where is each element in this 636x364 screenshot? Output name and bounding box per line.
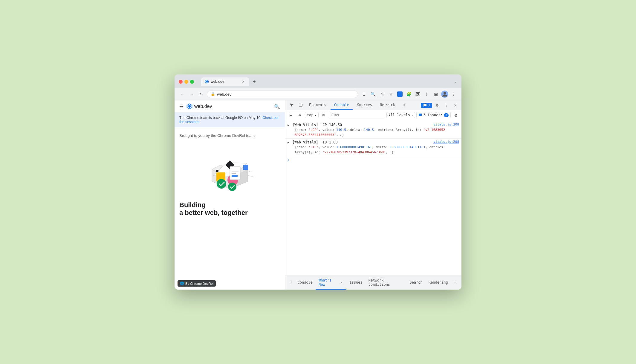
- entry-source-link[interactable]: vitals.js:208: [433, 122, 459, 127]
- expand-arrow-icon[interactable]: ▶: [288, 140, 289, 145]
- tooltip-icon: 🌐: [180, 282, 184, 285]
- console-entry-header: [Web Vitals] FID 1.60 vitals.js:208: [292, 140, 459, 145]
- cast-icon[interactable]: [414, 90, 422, 98]
- svg-point-21: [228, 183, 236, 191]
- svg-point-20: [217, 179, 226, 189]
- minimize-window-button[interactable]: [184, 80, 188, 84]
- back-button[interactable]: ←: [178, 90, 186, 98]
- bottom-tab-whats-new[interactable]: What's New ✕: [316, 276, 346, 290]
- address-text: web.dev: [217, 92, 354, 97]
- devtools-tabs: Elements Console Sources Network »: [285, 100, 461, 110]
- svg-marker-4: [188, 105, 191, 108]
- svg-line-24: [248, 175, 254, 177]
- bookmark-icon[interactable]: ☆: [387, 90, 395, 98]
- tab-title: web.dev: [211, 79, 239, 84]
- page-subtitle: a better web, together: [179, 209, 280, 217]
- console-toolbar: ▶ ⊘ top ▾ 👁 All levels ▾ 3 Issues: 3 ⚙: [285, 110, 461, 120]
- address-bar-row: ← → ↻ 🔒 web.dev ⤓ 🔍 ⎙ ☆ 🧩 ⇓ ▣: [175, 88, 461, 100]
- svg-marker-1: [206, 81, 208, 83]
- webpage-header: ☰ web.dev 🔍: [175, 100, 285, 113]
- more-tabs-button[interactable]: »: [400, 100, 409, 110]
- webdev-logo-icon: [186, 103, 192, 109]
- reload-button[interactable]: ↻: [197, 90, 205, 98]
- console-play-icon[interactable]: ▶: [287, 111, 295, 119]
- entry-detail-2: 397378-6854415650553', …}: [292, 133, 459, 138]
- tab-close-button[interactable]: ✕: [241, 79, 245, 84]
- download-page-icon[interactable]: ⤓: [360, 90, 368, 98]
- tabs-row: web.dev ✕ +: [201, 77, 451, 86]
- profile-avatar[interactable]: [441, 90, 449, 98]
- title-bar-top: web.dev ✕ + ⌄: [179, 77, 457, 86]
- entry-detail: {name: 'LCP', value: 140.5, delta: 140.5…: [292, 128, 459, 133]
- site-name: web.dev: [194, 104, 212, 109]
- bottom-tab-console[interactable]: Console: [295, 278, 316, 287]
- browser-window: web.dev ✕ + ⌄ ← → ↻ 🔒 web.dev ⤓ 🔍 ⎙ ☆ 🧩: [175, 74, 461, 290]
- issues-count-badge[interactable]: 3: [421, 103, 432, 108]
- zoom-icon[interactable]: 🔍: [369, 90, 377, 98]
- filter-input[interactable]: [329, 112, 385, 118]
- svg-rect-26: [301, 104, 302, 106]
- context-select[interactable]: top ▾: [305, 112, 319, 118]
- close-window-button[interactable]: [179, 80, 183, 84]
- new-tab-button[interactable]: +: [250, 77, 259, 86]
- share-icon[interactable]: ⎙: [378, 90, 386, 98]
- devtools-settings-icon[interactable]: ⚙: [433, 101, 441, 109]
- chevron-down-icon[interactable]: ⌄: [454, 79, 457, 84]
- devtools-close-button[interactable]: ✕: [451, 101, 459, 109]
- toggle-device-icon[interactable]: [296, 101, 305, 109]
- active-tab[interactable]: web.dev ✕: [201, 77, 249, 86]
- address-field[interactable]: 🔒 web.dev: [207, 91, 358, 98]
- tab-sources[interactable]: Sources: [353, 100, 376, 110]
- maximize-window-button[interactable]: [190, 80, 194, 84]
- bottom-tab-search[interactable]: Search: [406, 278, 425, 287]
- inspect-element-icon[interactable]: [288, 101, 296, 109]
- more-options-icon[interactable]: ⋮: [450, 90, 458, 98]
- site-logo: web.dev: [186, 103, 212, 109]
- tab-console[interactable]: Console: [331, 100, 353, 110]
- devtools-bottom-tabs: ⋮ Console What's New ✕ Issues Network co…: [285, 276, 461, 290]
- toolbar-icons: ⤓ 🔍 ⎙ ☆ 🧩 ⇓ ▣ ⋮: [360, 90, 458, 98]
- chevron-down-icon: ▾: [411, 114, 413, 117]
- bottom-tab-close-button[interactable]: ✕: [339, 280, 343, 285]
- lock-icon: 🔒: [211, 92, 215, 96]
- extensions-icon[interactable]: 🧩: [405, 90, 413, 98]
- tab-network[interactable]: Network: [376, 100, 399, 110]
- tab-favicon-icon: [205, 79, 209, 84]
- tab-elements[interactable]: Elements: [305, 100, 330, 110]
- console-entry: ▶ [Web Vitals] FID 1.60 vitals.js:208 {n…: [285, 139, 461, 156]
- illustration: [179, 143, 280, 196]
- levels-select[interactable]: All levels ▾: [386, 112, 415, 118]
- svg-rect-15: [230, 166, 240, 180]
- illustration-svg: [200, 143, 260, 196]
- expand-arrow-icon[interactable]: ▶: [288, 123, 289, 127]
- bottom-tab-close-icon[interactable]: ✕: [451, 278, 459, 287]
- webpage-panel: ☰ web.dev 🔍 The Chrome team is back at G…: [175, 100, 285, 290]
- eye-icon[interactable]: 👁: [320, 111, 328, 119]
- entry-source-link[interactable]: vitals.js:208: [433, 140, 459, 145]
- console-output: ▶ [Web Vitals] LCP 140.50 vitals.js:208 …: [285, 120, 461, 276]
- console-input-prompt[interactable]: 〉: [285, 156, 461, 163]
- bottom-tooltip: 🌐 By Chrome DevRel: [178, 280, 216, 287]
- issues-badge[interactable]: 3 Issues: 3: [416, 112, 451, 118]
- download-icon[interactable]: ⇓: [423, 90, 431, 98]
- banner: The Chrome team is back at Google I/O on…: [175, 113, 285, 127]
- extension-green-icon[interactable]: [396, 90, 404, 98]
- entry-detail-2: Array(1), id: 'v2-1683052397378-48438645…: [292, 150, 459, 155]
- webpage-body: Brought to you by the Chrome DevRel team: [175, 127, 285, 290]
- console-settings-icon[interactable]: ⚙: [452, 111, 460, 119]
- bottom-tab-issues[interactable]: Issues: [346, 278, 365, 287]
- devtools-more-options-icon[interactable]: ⋮: [442, 101, 450, 109]
- bottom-tab-network-conditions[interactable]: Network conditions: [366, 276, 407, 290]
- console-clear-icon[interactable]: ⊘: [296, 111, 304, 119]
- sidebar-icon[interactable]: ▣: [432, 90, 440, 98]
- hamburger-menu-icon[interactable]: ☰: [179, 104, 184, 109]
- search-icon[interactable]: 🔍: [274, 104, 280, 109]
- forward-button[interactable]: →: [188, 90, 195, 98]
- bottom-tabs-more-icon[interactable]: ⋮: [288, 279, 295, 287]
- title-bar: web.dev ✕ + ⌄: [175, 74, 461, 88]
- content-area: ☰ web.dev 🔍 The Chrome team is back at G…: [175, 100, 461, 290]
- bottom-tab-rendering[interactable]: Rendering: [426, 278, 451, 287]
- svg-point-2: [444, 92, 446, 94]
- entry-detail: {name: 'FID', value: 1.6000000014901161,…: [292, 145, 459, 150]
- issues-count: 3: [444, 113, 449, 117]
